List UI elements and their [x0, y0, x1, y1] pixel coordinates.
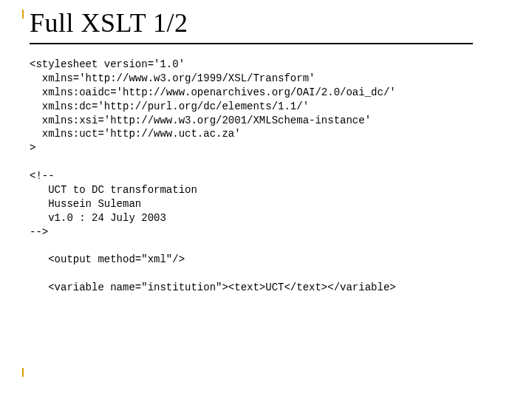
title-underline	[30, 43, 473, 44]
accent-top	[22, 10, 24, 18]
slide-frame: Full XSLT 1/2 <stylesheet version='1.0' …	[30, 7, 502, 377]
accent-bottom	[22, 368, 24, 377]
slide-title: Full XSLT 1/2	[30, 7, 502, 38]
code-block: <stylesheet version='1.0' xmlns='http://…	[30, 58, 502, 295]
